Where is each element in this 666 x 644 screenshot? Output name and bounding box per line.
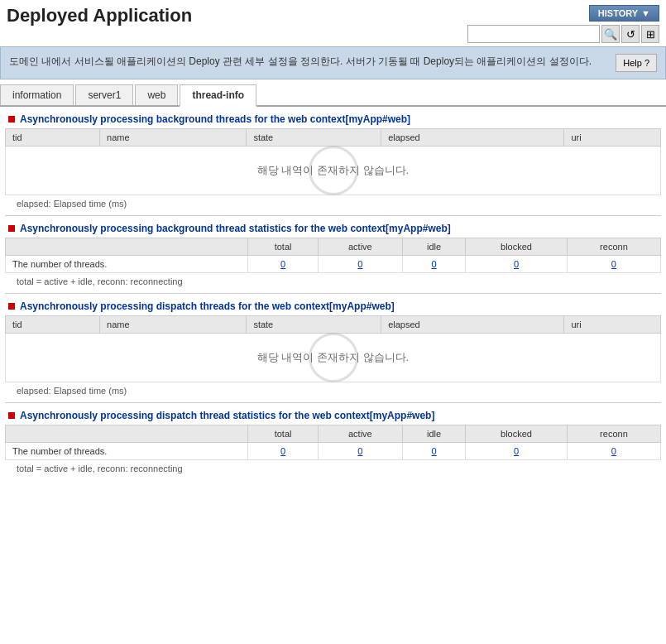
col-total-d2: total — [248, 425, 318, 443]
dispatch-stats-header: Asynchronously processing dispatch threa… — [8, 410, 661, 421]
col-total: total — [248, 238, 318, 256]
dispatch-threads-title: Asynchronously processing dispatch threa… — [20, 300, 395, 312]
table-row-empty-dispatch: 해당 내역이 존재하지 않습니다. — [6, 334, 661, 382]
bg-threads-title: Asynchronously processing background thr… — [20, 113, 410, 125]
row-blocked: 0 — [466, 256, 568, 273]
search-input[interactable] — [467, 25, 600, 43]
tab-web[interactable]: web — [135, 84, 178, 105]
divider-1 — [5, 215, 661, 216]
col-tid: tid — [6, 129, 100, 147]
row-blocked-d2: 0 — [466, 443, 568, 460]
dispatch-stats-note: total = active + idle, reconn: reconnect… — [17, 464, 658, 473]
bg-stats-note: total = active + idle, reconn: reconnect… — [17, 276, 658, 286]
col-state-d: state — [247, 316, 381, 334]
empty-message-dispatch: 해당 내역이 존재하지 않습니다. — [6, 334, 661, 382]
divider-3 — [5, 402, 661, 403]
col-label — [6, 238, 248, 256]
search-row: 🔍 ↺ ⊞ — [467, 25, 659, 43]
col-name: name — [100, 129, 247, 147]
row-idle: 0 — [402, 256, 465, 273]
row-active-d2: 0 — [318, 443, 402, 460]
dispatch-stats-title: Asynchronously processing dispatch threa… — [20, 410, 434, 421]
row-reconn-d2: 0 — [567, 443, 660, 460]
row-active: 0 — [318, 256, 402, 273]
col-uri-d: uri — [564, 316, 661, 334]
dispatch-threads-empty-text: 해당 내역이 존재하지 않습니다. — [257, 350, 409, 365]
bg-threads-empty-text: 해당 내역이 존재하지 않습니다. — [257, 163, 409, 178]
col-tid-d: tid — [6, 316, 100, 334]
export-button[interactable]: ⊞ — [641, 25, 659, 43]
help-button[interactable]: Help ? — [616, 54, 657, 72]
history-button[interactable]: HISTORY ▼ — [589, 5, 659, 22]
col-active-d2: active — [318, 425, 402, 443]
col-blocked-d2: blocked — [466, 425, 568, 443]
col-uri: uri — [564, 129, 661, 147]
tab-thread-info[interactable]: thread-info — [180, 84, 256, 107]
history-label: HISTORY — [598, 8, 638, 18]
tabs-container: information server1 web thread-info — [0, 84, 666, 107]
bg-threads-note: elapsed: Elapsed time (ms) — [17, 199, 658, 209]
dispatch-threads-header: Asynchronously processing dispatch threa… — [8, 300, 661, 312]
col-elapsed: elapsed — [381, 129, 564, 147]
bg-stats-header: Asynchronously processing background thr… — [8, 223, 661, 234]
red-square-icon — [8, 116, 15, 123]
col-reconn-d2: reconn — [567, 425, 660, 443]
divider-2 — [5, 293, 661, 294]
bg-threads-table: tid name state elapsed uri 해당 내역이 존재하지 않… — [5, 128, 661, 195]
table-row-dispatch-stats: The number of threads. 0 0 0 0 0 — [6, 443, 661, 460]
bg-stats-title: Asynchronously processing background thr… — [20, 223, 451, 234]
row-total: 0 — [248, 256, 318, 273]
col-idle-d2: idle — [402, 425, 465, 443]
red-square-icon-3 — [8, 303, 15, 310]
app-title: Deployed Application — [7, 5, 192, 26]
row-label-d2: The number of threads. — [6, 443, 248, 460]
row-reconn: 0 — [567, 256, 660, 273]
search-button[interactable]: 🔍 — [601, 25, 620, 43]
row-total-d2: 0 — [248, 443, 318, 460]
col-label-d2 — [6, 425, 248, 443]
empty-message: 해당 내역이 존재하지 않습니다. — [6, 147, 661, 195]
main-content: Asynchronously processing background thr… — [0, 113, 666, 473]
col-active: active — [318, 238, 402, 256]
header-right: HISTORY ▼ 🔍 ↺ ⊞ — [467, 5, 659, 43]
col-state: state — [247, 129, 381, 147]
row-idle-d2: 0 — [402, 443, 465, 460]
help-icon: ? — [644, 58, 649, 68]
table-row: The number of threads. 0 0 0 0 0 — [6, 256, 661, 273]
dispatch-threads-table: tid name state elapsed uri 해당 내역이 존재하지 않… — [5, 315, 661, 382]
bg-stats-table: total active idle blocked reconn The num… — [5, 238, 661, 273]
tab-server1[interactable]: server1 — [75, 84, 133, 105]
dispatch-threads-note: elapsed: Elapsed time (ms) — [17, 386, 658, 396]
red-square-icon-2 — [8, 225, 15, 232]
description-text: 도메인 내에서 서비스될 애플리케이션의 Deploy 관련 세부 설정을 정의… — [9, 54, 592, 69]
help-label: Help — [623, 58, 642, 68]
red-square-icon-4 — [8, 412, 15, 419]
refresh-button[interactable]: ↺ — [621, 25, 640, 43]
col-reconn: reconn — [567, 238, 660, 256]
description-banner: 도메인 내에서 서비스될 애플리케이션의 Deploy 관련 세부 설정을 정의… — [0, 46, 666, 79]
row-label: The number of threads. — [6, 256, 248, 273]
bg-threads-header: Asynchronously processing background thr… — [8, 113, 661, 125]
table-row-empty: 해당 내역이 존재하지 않습니다. — [6, 147, 661, 195]
tab-information[interactable]: information — [0, 84, 74, 105]
chevron-down-icon: ▼ — [641, 8, 650, 18]
col-elapsed-d: elapsed — [381, 316, 564, 334]
col-idle: idle — [402, 238, 465, 256]
dispatch-stats-table: total active idle blocked reconn The num… — [5, 425, 661, 460]
header: Deployed Application HISTORY ▼ 🔍 ↺ ⊞ — [0, 0, 666, 46]
col-name-d: name — [100, 316, 247, 334]
col-blocked: blocked — [466, 238, 568, 256]
